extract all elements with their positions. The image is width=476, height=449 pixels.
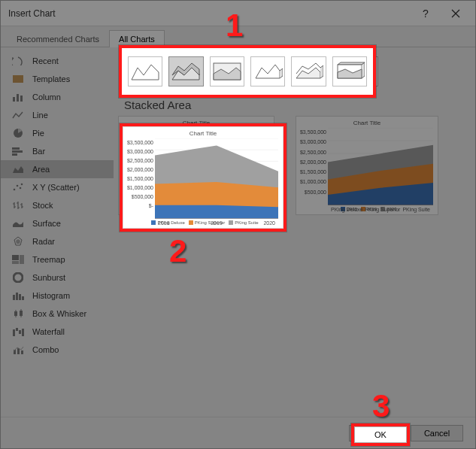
svg-rect-0 <box>13 75 23 83</box>
sidebar-item-column[interactable]: Column <box>1 88 114 106</box>
cancel-button[interactable]: Cancel <box>411 425 463 441</box>
sidebar-item-label: Recent <box>32 56 59 65</box>
sidebar-item-label: Area <box>32 165 50 174</box>
recent-icon <box>11 56 25 66</box>
sidebar-item-treemap[interactable]: Treemap <box>1 250 114 268</box>
radar-icon <box>11 236 25 247</box>
preview-yaxis: $3,500,000$3,000,000$2,500,000$2,000,000… <box>301 128 328 205</box>
svg-rect-21 <box>20 311 23 316</box>
preview-title: Chart Title <box>123 120 269 126</box>
sidebar-item-area[interactable]: Area <box>1 160 114 178</box>
preview-plotarea: PKing DeluxePKing SuperiorPKing Suite <box>328 128 433 205</box>
sidebar-item-label: Pie <box>32 129 44 138</box>
svg-rect-13 <box>20 255 24 264</box>
svg-rect-18 <box>19 294 21 300</box>
preview-title: Chart Title <box>301 120 433 126</box>
sidebar-item-label: Line <box>32 111 48 120</box>
sidebar-item-bar[interactable]: Bar <box>1 142 114 160</box>
sidebar-item-sunburst[interactable]: Sunburst <box>1 268 114 287</box>
pie-icon <box>11 128 25 138</box>
sidebar-item-label: Bar <box>32 147 45 156</box>
area-icon <box>11 164 25 174</box>
svg-point-9 <box>17 185 19 187</box>
cutout-ok: OK <box>354 426 407 443</box>
preview-xaxis: PKing DeluxePKing SuperiorPKing Suite <box>328 207 433 212</box>
sidebar-item-label: X Y (Scatter) <box>32 183 80 192</box>
svg-rect-22 <box>13 329 15 336</box>
bar-icon <box>11 146 25 156</box>
svg-rect-6 <box>12 150 23 153</box>
cutout-subtypes <box>122 48 373 95</box>
line-icon <box>11 110 25 120</box>
svg-rect-20 <box>14 311 17 316</box>
sidebar-item-label: Treemap <box>32 255 65 264</box>
treemap-icon <box>11 254 25 265</box>
svg-rect-19 <box>22 296 24 300</box>
sidebar-item-label: Sunburst <box>32 273 65 282</box>
titlebar: Insert Chart ? <box>1 1 475 26</box>
svg-rect-24 <box>19 330 21 334</box>
sidebar-item-label: Box & Whisker <box>32 309 86 318</box>
sidebar-item-radar[interactable]: Radar <box>1 232 114 250</box>
chart-preview-2[interactable]: Chart Title $3,500,000$3,000,000$2,500,0… <box>296 116 438 215</box>
svg-rect-27 <box>17 348 20 354</box>
help-button[interactable]: ? <box>411 3 441 24</box>
sidebar-item-label: Waterfall <box>32 327 65 336</box>
sidebar-item-box-whisker[interactable]: Box & Whisker <box>1 305 114 323</box>
main-panel: Stacked Area Chart Title $3,500,000$3,00… <box>114 47 475 417</box>
svg-rect-25 <box>22 329 24 336</box>
waterfall-icon <box>11 326 25 337</box>
tab-all-charts[interactable]: All Charts <box>109 30 165 47</box>
svg-rect-5 <box>12 147 20 150</box>
close-icon <box>451 9 460 18</box>
surface-icon <box>11 218 25 229</box>
sidebar-item-label: Stock <box>32 201 53 210</box>
svg-rect-2 <box>17 94 19 102</box>
sidebar-item-waterfall[interactable]: Waterfall <box>1 323 114 341</box>
stock-icon <box>11 200 25 211</box>
scatter-icon <box>11 182 25 193</box>
dialog-body: Recent Templates Column Line Pie Bar Are… <box>1 47 475 417</box>
sidebar-item-surface[interactable]: Surface <box>1 214 114 232</box>
box-whisker-icon <box>11 308 25 319</box>
sidebar-item-recent[interactable]: Recent <box>1 52 114 70</box>
sidebar-item-label: Surface <box>32 219 61 228</box>
svg-rect-14 <box>12 261 19 264</box>
sidebar-item-line[interactable]: Line <box>1 106 114 124</box>
sidebar-item-label: Column <box>32 93 61 102</box>
svg-point-11 <box>21 184 23 186</box>
svg-rect-28 <box>21 350 23 354</box>
svg-point-15 <box>14 273 23 282</box>
close-button[interactable] <box>441 3 471 24</box>
svg-rect-17 <box>16 293 18 300</box>
sidebar-item-label: Combo <box>32 345 59 354</box>
combo-icon <box>11 344 25 355</box>
chart-type-sidebar: Recent Templates Column Line Pie Bar Are… <box>1 47 114 417</box>
svg-rect-7 <box>12 153 17 156</box>
sunburst-icon <box>11 272 25 283</box>
svg-point-8 <box>14 189 16 191</box>
templates-icon <box>11 74 25 84</box>
sidebar-item-templates[interactable]: Templates <box>1 70 114 88</box>
tab-bar: Recommended Charts All Charts <box>1 26 475 47</box>
sidebar-item-scatter[interactable]: X Y (Scatter) <box>1 178 114 196</box>
svg-rect-23 <box>16 328 18 331</box>
dialog-title: Insert Chart <box>8 8 411 19</box>
svg-rect-3 <box>20 96 23 102</box>
sidebar-item-label: Templates <box>32 74 70 83</box>
svg-rect-1 <box>13 97 15 102</box>
sidebar-item-label: Histogram <box>32 291 70 300</box>
svg-point-10 <box>20 187 22 190</box>
sidebar-item-stock[interactable]: Stock <box>1 196 114 214</box>
histogram-icon <box>11 290 25 301</box>
subtype-title: Stacked Area <box>124 99 462 111</box>
sidebar-item-histogram[interactable]: Histogram <box>1 287 114 305</box>
sidebar-item-pie[interactable]: Pie <box>1 124 114 142</box>
svg-rect-12 <box>12 255 19 260</box>
svg-rect-16 <box>13 295 15 300</box>
cutout-preview: Chart Title $3,500,000$3,000,000$2,500,0… <box>123 126 283 229</box>
column-icon <box>11 92 25 102</box>
sidebar-item-combo[interactable]: Combo <box>1 341 114 359</box>
sidebar-item-label: Radar <box>32 237 55 246</box>
tab-recommended-charts[interactable]: Recommended Charts <box>7 30 109 47</box>
